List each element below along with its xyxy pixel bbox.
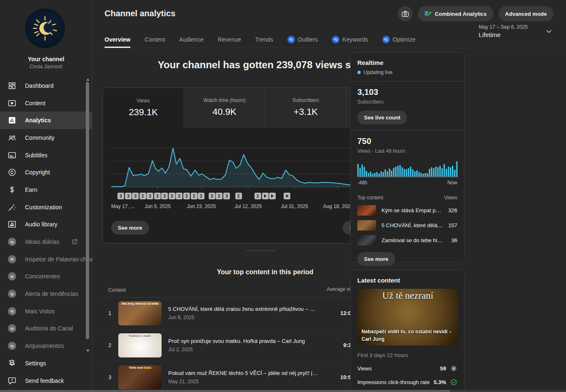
upload-count-badge[interactable]: 2 (169, 193, 175, 199)
realtime-see-more-label: See more (364, 256, 389, 262)
sidebar-item-content[interactable]: Content (0, 94, 92, 112)
sidebar-item-send-feedback[interactable]: Send feedback (0, 372, 92, 390)
metric-views[interactable]: Views239.1K (103, 88, 184, 127)
upload-count-badge[interactable]: 3 (223, 193, 230, 199)
subtitles-icon (7, 151, 17, 160)
video-title: Kým se stává Empat po vst... (381, 207, 443, 213)
column-content[interactable]: Content (108, 287, 318, 293)
sidebar-item-ideais-di-rias[interactable]: IQIdeais diárias (0, 233, 92, 251)
sidebar-item-mais-vistos[interactable]: IQMais Vistos (0, 303, 92, 320)
sidebar-item-settings[interactable]: Settings (0, 355, 92, 372)
realtime-subscribers-label: Subscribers (357, 99, 457, 105)
tab-trends[interactable]: Trends (255, 31, 273, 48)
combined-analytics-button[interactable]: Combined Analytics (418, 6, 493, 21)
scroll-up-arrow-icon[interactable] (86, 78, 90, 81)
sidebar-item-subtitles[interactable]: Subtitles (0, 146, 92, 164)
iq-badge-icon: IQ (382, 36, 390, 43)
sidebar-item-arquivamentos[interactable]: IQArquivamentos (0, 337, 92, 355)
sidebar-item-label: Concorrentes (25, 273, 60, 280)
updating-live-label: Updating live (364, 69, 392, 75)
upload-count-badge[interactable]: 2 (198, 193, 204, 199)
video-marker-badge[interactable] (262, 193, 269, 199)
sidebar-item-analytics[interactable]: Analytics (0, 112, 92, 129)
moon-logo-icon (32, 15, 58, 42)
x-tick-label: Jul 12, 2025 (234, 203, 262, 209)
upload-count-badge[interactable]: 3 (183, 193, 190, 199)
video-title[interactable]: Proč syn ponižuje svou matku. Hořká prav… (168, 338, 318, 344)
video-thumbnail[interactable]: Tohle není láska (118, 365, 162, 390)
sidebar-item-customization[interactable]: Customization (0, 198, 92, 216)
play-icon (264, 194, 267, 198)
upload-count-badge[interactable]: 2 (235, 193, 242, 199)
video-marker-badge[interactable] (284, 193, 290, 199)
horizontal-scrollbar-thumb[interactable] (0, 390, 450, 392)
tab-overview[interactable]: Overview (105, 31, 130, 48)
advanced-mode-button[interactable]: Advanced mode (499, 6, 554, 21)
sidebar-item-label: Send feedback (25, 377, 64, 384)
see-more-button[interactable]: See more (111, 221, 149, 235)
upload-count-badge[interactable]: 3 (147, 193, 153, 199)
iq-badge-icon: IQ (8, 307, 16, 315)
upload-count-badge[interactable]: 3 (209, 193, 215, 199)
play-icon (286, 194, 289, 198)
realtime-content-row[interactable]: Kým se stává Empat po vst...326 (357, 205, 457, 216)
sidebar-item-alerta-de-tend-ncias[interactable]: IQAlerta de tendências (0, 285, 92, 303)
line-chart[interactable] (111, 142, 386, 191)
customization-icon (7, 203, 17, 212)
sidebar-item-community[interactable]: Community (0, 129, 92, 146)
date-range-picker[interactable]: May 17 – Sep 6, 2025 Lifetime (479, 24, 554, 38)
sidebar-item-audio-library[interactable]: Audio library (0, 216, 92, 233)
realtime-content-row[interactable]: Zamiloval se do tebe hloubě...36 (357, 235, 457, 246)
upload-count-badge[interactable]: 3 (132, 193, 139, 199)
scroll-down-arrow-icon[interactable] (86, 350, 90, 352)
see-live-count-button[interactable]: See live count (357, 111, 407, 124)
metric-subscribers[interactable]: Subscribers+3.1K (265, 88, 347, 127)
tab-content[interactable]: Content (145, 31, 165, 48)
sidebar-item-label: Content (25, 100, 45, 107)
sidebar-item-earn[interactable]: Earn (0, 181, 92, 198)
sidebar-scrollbar-thumb[interactable] (86, 82, 89, 339)
tab-audience[interactable]: Audience (179, 31, 203, 48)
upload-count-badge[interactable]: 3 (161, 193, 168, 199)
see-live-count-label: See live count (364, 114, 400, 121)
sidebar-item-concorrentes[interactable]: IQConcorrentes (0, 268, 92, 285)
upload-count-badge[interactable]: 3 (154, 193, 161, 199)
tab-outliers[interactable]: IQOutliers (287, 31, 318, 48)
chevron-down-icon (544, 27, 554, 36)
sidebar-item-auditoria-do-canal[interactable]: IQAuditoria do Canal (0, 320, 92, 337)
video-thumbnail[interactable]: Síla ženy, která se už našla (118, 301, 162, 325)
tab-optimize[interactable]: IQOptimize (382, 31, 416, 48)
views-count: 36 (443, 237, 457, 243)
sidebar-item-copyright[interactable]: Copyright (0, 164, 92, 181)
upload-count-badge[interactable]: 2 (140, 193, 146, 199)
your-channel-label: Your channel (0, 56, 92, 62)
metric-watch-time-hours-[interactable]: Watch time (hours)40.9K (184, 88, 265, 127)
upload-count-badge[interactable]: 3 (117, 193, 124, 199)
video-thumbnail[interactable]: Nemiluji tě, mami! (118, 333, 162, 357)
latest-video-thumbnail[interactable]: Už tě nezraní Nebezpečí vidět to, co ost… (357, 289, 458, 345)
screenshot-camera-button[interactable] (398, 6, 413, 21)
realtime-bar-chart[interactable] (357, 160, 457, 177)
video-marker-badge[interactable] (269, 193, 276, 199)
channel-avatar[interactable] (25, 8, 65, 48)
updating-live-status: Updating live (357, 69, 457, 75)
realtime-see-more-button[interactable]: See more (357, 252, 395, 266)
upload-count-badge[interactable]: 2 (191, 193, 197, 199)
upload-count-badge[interactable]: 3 (176, 193, 182, 199)
channel-name: Cesta Jasnosti (0, 64, 92, 69)
x-tick-label: Jun 23, 2025 (187, 203, 216, 209)
horizontal-scrollbar[interactable] (0, 390, 566, 392)
sidebar-item-label: Analytics (25, 117, 51, 124)
latest-content-title: Latest content (357, 277, 457, 284)
tab-keywords[interactable]: IQKeywords (332, 31, 368, 48)
realtime-content-row[interactable]: 5 CHOVÁNÍ, které dělá zral...157 (357, 220, 457, 231)
sidebar-item-inspetor-de-palavras-chave[interactable]: IQInspetor de Palavras-chave (0, 251, 92, 268)
upload-count-badge[interactable]: 3 (216, 193, 222, 199)
upload-count-badge[interactable]: 3 (125, 193, 132, 199)
sidebar-item-dashboard[interactable]: Dashboard (0, 77, 92, 94)
realtime-card: Realtime Updating live 3,103 Subscribers… (350, 52, 464, 262)
video-title[interactable]: Pokud vám muž ŘEKNE těchto 5 VĚCÍ – jdět… (168, 370, 318, 376)
upload-count-badge[interactable]: 2 (254, 193, 261, 199)
video-title[interactable]: 5 CHOVÁNÍ, které dělá zralou ženu extrém… (168, 306, 318, 312)
tab-revenue[interactable]: Revenue (218, 31, 241, 48)
